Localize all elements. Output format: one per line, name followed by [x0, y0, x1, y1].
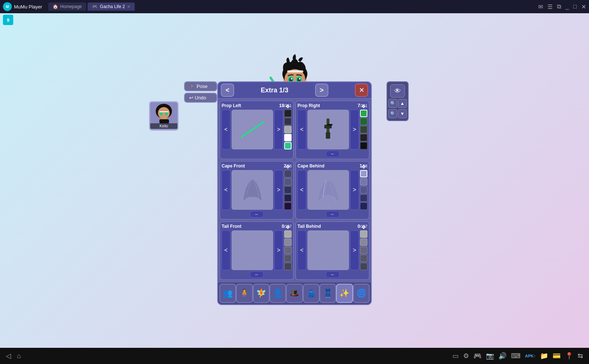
volume-button[interactable]: 🔊	[498, 352, 507, 360]
prop-left-next[interactable]: >	[274, 110, 283, 149]
cape-front-next[interactable]: >	[274, 170, 283, 210]
tail-front-move[interactable]: ✥	[284, 223, 292, 231]
cape-front-color-2[interactable]	[284, 178, 292, 185]
tail-front-next[interactable]: >	[274, 230, 283, 270]
tail-front-arrows-btn[interactable]: ↔	[250, 271, 264, 278]
nav-more[interactable]: 🌀	[353, 284, 370, 303]
close-icon[interactable]: ✕	[581, 3, 586, 10]
prop-right-color-2[interactable]	[360, 118, 367, 125]
location-button[interactable]: 📍	[565, 352, 573, 360]
cape-behind-arrows-btn[interactable]: ↔	[326, 211, 339, 218]
prop-right-move[interactable]: ✥	[360, 103, 367, 110]
cape-front-slot: Cape Front 2/98 ✥ <	[219, 161, 294, 220]
tail-front-color-4[interactable]	[284, 255, 292, 262]
cape-behind-prev[interactable]: <	[297, 170, 306, 210]
keyboard-button[interactable]: ⌨	[511, 352, 521, 360]
nav-extra[interactable]: ✨	[336, 284, 353, 303]
tail-behind-color-4[interactable]	[360, 255, 367, 262]
restore-icon[interactable]: ⧉	[557, 3, 561, 10]
prop-right-colors	[360, 110, 367, 149]
tail-front-color-2[interactable]	[284, 238, 292, 246]
nav-wings[interactable]: 🧚	[253, 284, 269, 303]
prop-right-color-5[interactable]	[360, 142, 367, 149]
menu-icon[interactable]: ☰	[547, 3, 553, 10]
cape-behind-color-3[interactable]	[360, 186, 367, 194]
home-button[interactable]: ⌂	[17, 352, 21, 360]
prop-left-color-4[interactable]	[284, 134, 292, 141]
tail-front-color-1[interactable]	[284, 230, 292, 238]
game-tab[interactable]: 🎮 Gacha Life 2 ✕	[88, 3, 135, 11]
back-button[interactable]: ◁	[6, 352, 11, 360]
wallet-button[interactable]: 💳	[553, 352, 561, 360]
panel-close-button[interactable]: ✕	[355, 84, 368, 97]
cape-behind-next[interactable]: >	[350, 170, 359, 210]
tail-front-image	[238, 237, 267, 263]
cape-front-color-5[interactable]	[284, 202, 292, 210]
prop-left-color-5[interactable]	[284, 142, 292, 149]
prop-left-color-2[interactable]	[284, 118, 292, 125]
prop-right-prev[interactable]: <	[297, 110, 306, 149]
home-tab[interactable]: 🏠 Homepage	[48, 3, 87, 11]
screen-button[interactable]: ▭	[452, 352, 459, 360]
nav-bar: < Extra 1/3 > ✕	[218, 82, 371, 99]
camera-button[interactable]: 📷	[486, 352, 494, 360]
prop-left-prev[interactable]: <	[222, 110, 230, 149]
zoom-out-down-button[interactable]: ▼	[398, 109, 407, 118]
prop-left-color-1[interactable]	[284, 110, 292, 117]
tail-behind-next[interactable]: >	[350, 230, 359, 270]
cape-behind-color-5[interactable]	[360, 202, 367, 210]
cape-front-move[interactable]: ✥	[284, 163, 292, 170]
prop-left-move[interactable]: ✥	[284, 103, 292, 110]
prop-right-footer: ↔	[297, 151, 367, 157]
arrows-button[interactable]: ⇆	[578, 352, 583, 360]
nav-outfit[interactable]: 👗	[303, 284, 320, 303]
cape-front-color-1[interactable]	[284, 170, 292, 177]
cape-front-prev[interactable]: <	[222, 170, 230, 210]
nav-face[interactable]: 👤	[269, 284, 286, 303]
prop-right-color-3[interactable]	[360, 126, 367, 133]
zoom-out-button[interactable]: 🔍	[388, 109, 397, 118]
prop-right-color-4[interactable]	[360, 134, 367, 141]
undo-button[interactable]: ↩ Undo	[184, 93, 217, 103]
tail-front-color-3[interactable]	[284, 247, 292, 254]
cape-behind-color-1[interactable]	[360, 170, 367, 177]
character-portrait[interactable]: Keito	[149, 101, 179, 131]
nav-body[interactable]: 🧍	[236, 284, 253, 303]
nav-next-button[interactable]: >	[315, 84, 328, 97]
prop-right-arrows-btn[interactable]: ↔	[326, 151, 339, 157]
prop-left-color-3[interactable]	[284, 126, 292, 133]
cape-front-color-3[interactable]	[284, 186, 292, 194]
tail-behind-color-2[interactable]	[360, 238, 367, 246]
tab-close-icon[interactable]: ✕	[127, 4, 130, 9]
pose-button[interactable]: 🚶 Pose	[184, 81, 217, 91]
nav-pants[interactable]: 👖	[320, 284, 336, 303]
folder-button[interactable]: 📁	[540, 352, 548, 360]
cape-behind-color-2[interactable]	[360, 178, 367, 185]
nav-characters[interactable]: 👥	[219, 284, 236, 303]
cape-front-color-4[interactable]	[284, 194, 292, 202]
zoom-in-up-button[interactable]: ▲	[398, 99, 407, 108]
gamepad-button[interactable]: 🎮	[473, 352, 482, 360]
eye-button[interactable]: 👁	[390, 84, 405, 98]
tail-behind-color-1[interactable]	[360, 230, 367, 238]
prop-right-color-1[interactable]	[360, 110, 367, 117]
tail-behind-move[interactable]: ✥	[360, 223, 367, 231]
tail-behind-color-5[interactable]	[360, 263, 367, 270]
tail-front-color-5[interactable]	[284, 263, 292, 270]
nav-hat[interactable]: 🎩	[286, 284, 303, 303]
nav-prev-button[interactable]: <	[221, 84, 234, 97]
zoom-in-button[interactable]: 🔍	[388, 99, 397, 108]
settings-button[interactable]: ⚙	[463, 352, 469, 360]
cape-behind-color-4[interactable]	[360, 194, 367, 202]
tail-behind-arrows-btn[interactable]: ↔	[326, 271, 339, 278]
tail-front-prev[interactable]: <	[222, 230, 230, 270]
cape-front-arrows-btn[interactable]: ↔	[250, 211, 264, 218]
tail-behind-prev[interactable]: <	[297, 230, 306, 270]
minimize-icon[interactable]: _	[565, 3, 569, 10]
mail-icon[interactable]: ✉	[538, 3, 543, 10]
tail-behind-color-3[interactable]	[360, 247, 367, 254]
prop-right-next[interactable]: >	[350, 110, 359, 149]
cape-behind-move[interactable]: ✥	[360, 163, 367, 170]
apk-button[interactable]: APK↑	[525, 354, 536, 358]
maximize-icon[interactable]: □	[573, 3, 577, 10]
